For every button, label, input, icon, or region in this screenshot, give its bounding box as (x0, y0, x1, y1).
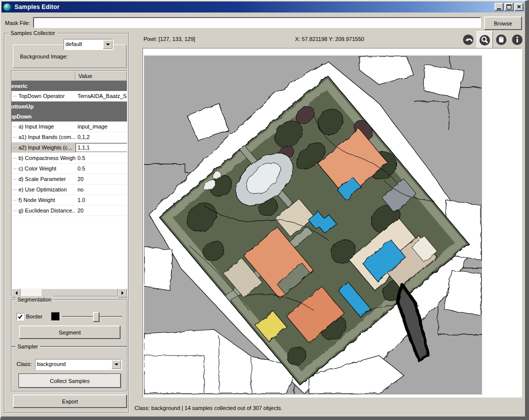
mask-file-label: Mask File: (5, 20, 30, 26)
table-row[interactable]: c) Color Weight0.5 (12, 164, 127, 174)
minimize-button[interactable] (494, 3, 504, 11)
table-row[interactable]: f) Node Weight1.0 (12, 195, 127, 206)
border-checkbox[interactable] (16, 313, 24, 320)
param-name: a1) Input Bands (com... (18, 134, 76, 140)
param-value: 0.5 (76, 164, 127, 174)
param-value: 20 (76, 174, 127, 184)
sampler-group: Sampler Class: background Collect Sample… (11, 346, 128, 392)
window-controls: ✕ (494, 3, 524, 11)
export-button[interactable]: Export (13, 394, 127, 408)
browse-button[interactable]: Browse (484, 16, 522, 30)
table-row[interactable]: b) Compactness Weight0.5 (12, 153, 127, 164)
param-value: 1.0 (76, 195, 127, 205)
table-row[interactable]: Generic (12, 81, 127, 91)
tree-branch-icon (13, 200, 16, 200)
back-button[interactable] (460, 31, 476, 48)
param-table-body[interactable]: GenericTopDown OperatorTerraAIDA_Baatz_S… (12, 81, 127, 288)
param-name: a) Input Image (18, 124, 54, 130)
group-row-label: Generic (12, 83, 28, 89)
background-image-label: Background Image: (20, 54, 68, 60)
table-row[interactable]: BottomUp (12, 102, 127, 112)
value-column-header[interactable]: Value (76, 71, 127, 81)
tree-branch-icon (13, 168, 16, 169)
triangle-right-icon (122, 291, 126, 295)
table-row[interactable]: a) Input Imageinput_image (12, 122, 127, 132)
segmented-aerial-image[interactable] (144, 56, 482, 394)
cursor-coords-label: X: 57.821198 Y: 209.971550 (295, 36, 364, 42)
scrollbar-track[interactable] (20, 288, 41, 296)
collect-samples-button[interactable]: Collect Samples (18, 374, 121, 388)
table-row[interactable]: d) Scale Parameter20 (12, 174, 127, 184)
param-value: 20 (76, 206, 127, 216)
maximize-icon (506, 4, 512, 10)
info-icon (512, 34, 523, 46)
status-text: Class: background | 14 samples collected… (134, 405, 282, 411)
param-value: TerraAIDA_Baatz_Se (76, 91, 127, 101)
scroll-right-button[interactable] (118, 288, 127, 298)
border-width-slider-handle[interactable] (93, 312, 100, 322)
viewer-toolbar (460, 31, 525, 50)
name-column-header[interactable] (12, 71, 76, 81)
pixel-value-label: Pixel: [127, 133, 129] (144, 36, 195, 42)
tree-branch-icon (13, 158, 16, 158)
maximize-button[interactable] (504, 3, 514, 11)
zoom-button[interactable] (476, 31, 493, 50)
close-button[interactable]: ✕ (514, 3, 524, 11)
checkmark-icon (18, 314, 23, 320)
titlebar[interactable]: Samples Editor ✕ (2, 2, 525, 12)
background-image-combo[interactable]: default (64, 39, 114, 50)
close-icon: ✕ (517, 4, 521, 10)
tree-branch-icon (13, 96, 16, 96)
samples-editor-window: { "titlebar": { "title": "Samples Editor… (0, 0, 529, 420)
segment-button[interactable]: Segment (19, 326, 120, 339)
param-value: no (76, 184, 127, 194)
sampler-title: Sampler (16, 343, 40, 350)
app-sphere-icon (4, 4, 11, 11)
border-label: Border (26, 314, 42, 320)
param-value-input[interactable] (76, 143, 127, 152)
back-arrow-icon (462, 34, 474, 46)
param-name: TopDown Operator (18, 93, 64, 99)
triangle-left-icon (14, 291, 18, 295)
param-name: d) Scale Parameter (18, 176, 66, 182)
info-button[interactable] (510, 31, 525, 48)
background-image-value: default (66, 41, 103, 47)
minimize-icon (497, 8, 501, 10)
table-header: Value (12, 71, 127, 81)
border-color-swatch[interactable] (51, 312, 60, 321)
samples-collector-group: Samples Collector Background Image: defa… (4, 33, 129, 413)
table-row[interactable]: a1) Input Bands (com...0,1,2 (12, 132, 127, 142)
border-width-slider-groove[interactable] (62, 316, 122, 317)
segmentation-group: Segmentation Border Segment (11, 300, 128, 346)
table-row[interactable]: a2) Input Weights (c... (12, 142, 127, 153)
class-label: Class: (16, 361, 32, 367)
param-name: g) Euclidean Distance... (18, 208, 76, 214)
param-value: 0.5 (76, 153, 127, 163)
pan-button[interactable] (494, 31, 509, 48)
tree-branch-icon (13, 179, 16, 180)
param-name: f) Node Weight (18, 197, 55, 203)
combo-dropdown-button[interactable] (103, 40, 112, 49)
mask-file-input[interactable] (33, 17, 481, 28)
table-row[interactable]: e) Use Optimizationno (12, 184, 127, 195)
horizontal-scrollbar[interactable] (12, 288, 127, 296)
table-row[interactable]: g) Euclidean Distance...20 (12, 206, 127, 216)
magnifier-icon (479, 34, 490, 46)
param-name: a2) Input Weights (c... (18, 144, 72, 150)
tree-branch-icon (13, 126, 16, 127)
chevron-down-icon (114, 364, 118, 368)
class-value: background (37, 361, 112, 367)
scrollbar-thumb[interactable] (41, 288, 118, 296)
table-row[interactable]: TopDown (12, 112, 127, 122)
hand-icon (496, 34, 507, 46)
class-combo[interactable]: background (35, 359, 122, 370)
tree-branch-icon (13, 137, 16, 138)
segmentation-title: Segmentation (16, 296, 54, 303)
tree-branch-icon (13, 148, 16, 148)
samples-collector-title: Samples Collector (8, 30, 57, 36)
image-viewer[interactable] (142, 48, 522, 398)
tree-branch-icon (13, 210, 16, 211)
combo-dropdown-button[interactable] (112, 360, 121, 369)
table-row[interactable]: TopDown OperatorTerraAIDA_Baatz_Se (12, 91, 127, 102)
param-value: 0,1,2 (76, 132, 127, 142)
